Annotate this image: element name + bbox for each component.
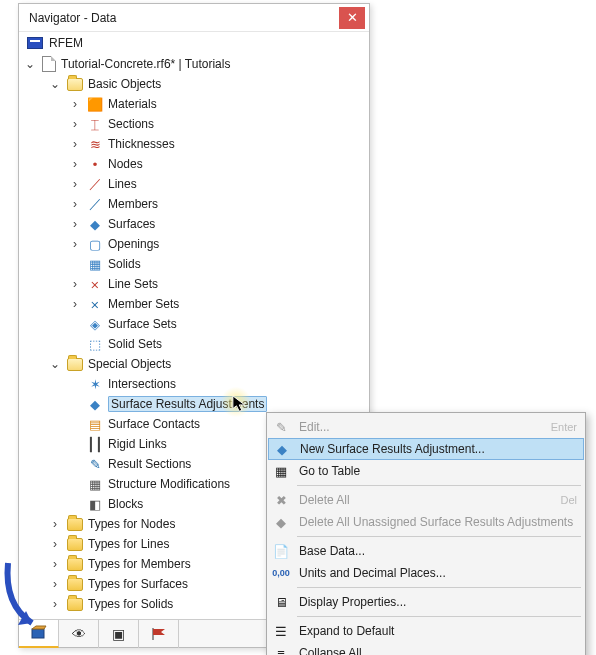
folder-icon bbox=[67, 538, 83, 551]
annotation-arrow bbox=[0, 555, 58, 638]
ctx-base-data[interactable]: 📄 Base Data... bbox=[267, 540, 585, 562]
tab-results[interactable] bbox=[139, 620, 179, 648]
expand-toggle[interactable] bbox=[23, 57, 37, 71]
ctx-display-properties[interactable]: 🖥 Display Properties... bbox=[267, 591, 585, 613]
ctx-delete-unassigned[interactable]: ◆ Delete All Unassigned Surface Results … bbox=[267, 511, 585, 533]
collapse-icon: ≡ bbox=[271, 643, 291, 655]
expand-toggle[interactable] bbox=[48, 517, 62, 531]
tree-item-label-selected: Surface Results Adjustments bbox=[108, 396, 267, 412]
tree-item[interactable]: ≋Thicknesses bbox=[23, 134, 369, 154]
ctx-units[interactable]: 0,00 Units and Decimal Places... bbox=[267, 562, 585, 584]
camera-icon: ▣ bbox=[112, 626, 125, 642]
separator bbox=[297, 616, 581, 617]
file-node[interactable]: Tutorial-Concrete.rf6* | Tutorials bbox=[23, 54, 369, 74]
folder-icon bbox=[67, 558, 83, 571]
solids-icon: ▦ bbox=[87, 256, 103, 272]
tree-item[interactable]: ▢Openings bbox=[23, 234, 369, 254]
openings-icon: ▢ bbox=[87, 236, 103, 252]
line-sets-icon: ⨉ bbox=[87, 276, 103, 292]
solid-sets-icon: ⬚ bbox=[87, 336, 103, 352]
separator bbox=[297, 536, 581, 537]
expand-toggle[interactable] bbox=[68, 197, 82, 211]
context-menu: ✎ Edit... Enter ◆ New Surface Results Ad… bbox=[266, 412, 586, 655]
ctx-edit[interactable]: ✎ Edit... Enter bbox=[267, 416, 585, 438]
ctx-new-surface-results-adjustment[interactable]: ◆ New Surface Results Adjustment... bbox=[268, 438, 584, 460]
folder-icon bbox=[67, 78, 83, 91]
ctx-go-to-table[interactable]: ▦ Go to Table bbox=[267, 460, 585, 482]
tree-item[interactable]: ◈Surface Sets bbox=[23, 314, 369, 334]
separator bbox=[297, 587, 581, 588]
tree-item[interactable]: ⨉Line Sets bbox=[23, 274, 369, 294]
expand-toggle[interactable] bbox=[68, 217, 82, 231]
structure-modifications-icon: ▦ bbox=[87, 476, 103, 492]
expand-toggle[interactable] bbox=[68, 237, 82, 251]
svg-marker-2 bbox=[153, 629, 165, 635]
expand-icon: ☰ bbox=[271, 621, 291, 641]
expand-toggle[interactable] bbox=[68, 177, 82, 191]
units-icon: 0,00 bbox=[271, 563, 291, 583]
folder-icon bbox=[67, 578, 83, 591]
display-icon: 🖥 bbox=[271, 592, 291, 612]
window-title: Navigator - Data bbox=[29, 11, 116, 25]
tree-item[interactable]: 🟧Materials bbox=[23, 94, 369, 114]
expand-toggle[interactable] bbox=[68, 137, 82, 151]
table-icon: ▦ bbox=[271, 461, 291, 481]
tree-item[interactable]: ⌶Sections bbox=[23, 114, 369, 134]
tree-item-surface-results-adjustments[interactable]: ◆Surface Results Adjustments bbox=[23, 394, 369, 414]
tab-display[interactable]: 👁 bbox=[59, 620, 99, 648]
folder-icon bbox=[67, 518, 83, 531]
tree-item[interactable]: ▦Solids bbox=[23, 254, 369, 274]
tree-item[interactable]: ◆Surfaces bbox=[23, 214, 369, 234]
tree-item[interactable]: ／Members bbox=[23, 194, 369, 214]
expand-toggle[interactable] bbox=[48, 537, 62, 551]
close-button[interactable]: ✕ bbox=[339, 7, 365, 29]
surfaces-icon: ◆ bbox=[87, 216, 103, 232]
surface-contacts-icon: ▤ bbox=[87, 416, 103, 432]
expand-toggle[interactable] bbox=[68, 297, 82, 311]
tree-item[interactable]: ／Lines bbox=[23, 174, 369, 194]
folder-icon bbox=[67, 358, 83, 371]
tree-item[interactable]: ⬚Solid Sets bbox=[23, 334, 369, 354]
members-icon: ／ bbox=[87, 196, 103, 212]
delete-unassigned-icon: ◆ bbox=[271, 512, 291, 532]
ctx-delete-all[interactable]: ✖ Delete All Del bbox=[267, 489, 585, 511]
lines-icon: ／ bbox=[87, 176, 103, 192]
expand-toggle[interactable] bbox=[48, 77, 62, 91]
titlebar: Navigator - Data ✕ bbox=[19, 4, 369, 32]
folder-label: Special Objects bbox=[88, 357, 171, 371]
sections-icon: ⌶ bbox=[87, 116, 103, 132]
eye-icon: 👁 bbox=[72, 626, 86, 642]
flag-icon bbox=[151, 627, 167, 641]
file-icon bbox=[42, 56, 56, 72]
tab-views[interactable]: ▣ bbox=[99, 620, 139, 648]
ctx-collapse-all[interactable]: ≡ Collapse All bbox=[267, 642, 585, 655]
folder-label: Basic Objects bbox=[88, 77, 161, 91]
rigid-links-icon: ┃┃ bbox=[87, 436, 103, 452]
tree-item[interactable]: ✶Intersections bbox=[23, 374, 369, 394]
separator bbox=[297, 485, 581, 486]
new-icon: ◆ bbox=[272, 439, 292, 459]
base-data-icon: 📄 bbox=[271, 541, 291, 561]
tree-folder-basic-objects[interactable]: Basic Objects bbox=[23, 74, 369, 94]
file-label: Tutorial-Concrete.rf6* | Tutorials bbox=[61, 57, 230, 71]
materials-icon: 🟧 bbox=[87, 96, 103, 112]
delete-icon: ✖ bbox=[271, 490, 291, 510]
ctx-expand-default[interactable]: ☰ Expand to Default bbox=[267, 620, 585, 642]
app-icon bbox=[27, 37, 43, 49]
app-root-row[interactable]: RFEM bbox=[19, 32, 369, 54]
folder-icon bbox=[67, 598, 83, 611]
tree-item[interactable]: ⨉Member Sets bbox=[23, 294, 369, 314]
expand-toggle[interactable] bbox=[68, 97, 82, 111]
blocks-icon: ◧ bbox=[87, 496, 103, 512]
expand-toggle[interactable] bbox=[48, 357, 62, 371]
intersections-icon: ✶ bbox=[87, 376, 103, 392]
thicknesses-icon: ≋ bbox=[87, 136, 103, 152]
tree-folder-special-objects[interactable]: Special Objects bbox=[23, 354, 369, 374]
expand-toggle[interactable] bbox=[68, 277, 82, 291]
expand-toggle[interactable] bbox=[68, 117, 82, 131]
surface-results-adjustments-icon: ◆ bbox=[87, 396, 103, 412]
member-sets-icon: ⨉ bbox=[87, 296, 103, 312]
tree-item[interactable]: •Nodes bbox=[23, 154, 369, 174]
app-name: RFEM bbox=[49, 36, 83, 50]
expand-toggle[interactable] bbox=[68, 157, 82, 171]
